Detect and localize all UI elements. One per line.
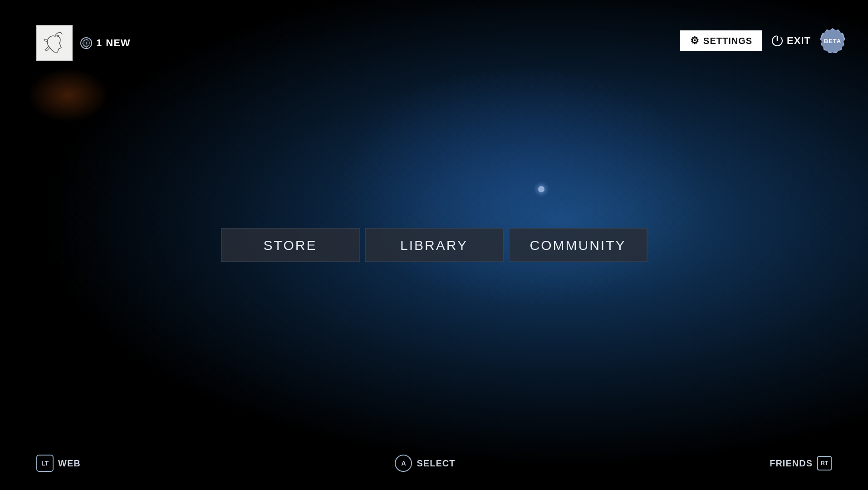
- ambient-glow: [27, 68, 109, 122]
- settings-button[interactable]: ⚙ SETTINGS: [680, 30, 762, 51]
- select-hint: A SELECT: [395, 455, 455, 472]
- store-button[interactable]: STORE: [221, 228, 359, 262]
- top-left-area: ! 1 NEW: [36, 25, 131, 61]
- power-icon: [771, 35, 783, 47]
- community-button[interactable]: COMMUNITY: [509, 228, 647, 262]
- exit-button[interactable]: EXIT: [771, 35, 811, 47]
- beta-badge: BETA: [820, 28, 845, 54]
- friends-label: FRIENDS: [770, 458, 813, 469]
- avatar[interactable]: [36, 25, 73, 61]
- library-label: LIBRARY: [400, 237, 468, 253]
- gear-icon: ⚙: [690, 35, 700, 47]
- top-right-area: ⚙ SETTINGS EXIT BETA: [680, 28, 845, 54]
- notification-new-label: NEW: [106, 37, 130, 49]
- settings-label: SETTINGS: [703, 36, 752, 46]
- community-label: COMMUNITY: [530, 237, 626, 253]
- notification-text: 1: [96, 37, 102, 49]
- exit-label: EXIT: [787, 35, 811, 47]
- web-label: WEB: [58, 458, 81, 469]
- bottom-controls: LT WEB A SELECT FRIENDS RT: [0, 455, 868, 472]
- store-label: STORE: [264, 237, 317, 253]
- friends-hint: FRIENDS RT: [770, 456, 832, 470]
- notification-badge[interactable]: ! 1 NEW: [80, 37, 131, 49]
- rt-badge: RT: [817, 456, 832, 470]
- svg-rect-0: [39, 27, 70, 59]
- lt-badge: LT: [36, 455, 54, 472]
- svg-text:!: !: [85, 41, 87, 46]
- select-label: SELECT: [417, 458, 455, 469]
- main-navigation: STORE LIBRARY COMMUNITY: [221, 228, 647, 262]
- library-button[interactable]: LIBRARY: [365, 228, 503, 262]
- notification-icon: !: [80, 37, 93, 49]
- web-hint: LT WEB: [36, 455, 81, 472]
- a-badge: A: [395, 455, 412, 472]
- beta-label: BETA: [824, 38, 841, 44]
- svg-point-1: [57, 35, 59, 37]
